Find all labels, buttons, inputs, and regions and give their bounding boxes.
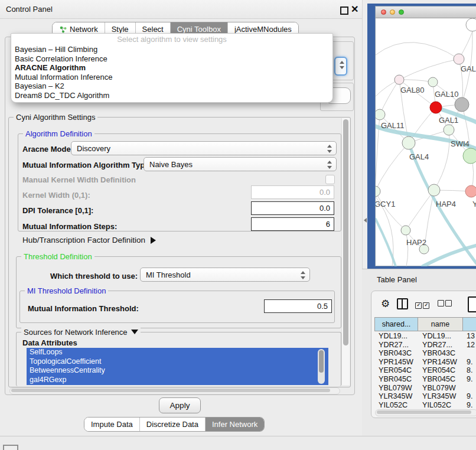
hub-definition-expander[interactable]: Hub/Transcription Factor Definition — [22, 236, 156, 244]
network-edge[interactable] — [399, 59, 459, 80]
attribute-item-betweennesscentrality[interactable]: BetweennessCentrality — [27, 366, 328, 376]
settings-horizontal-scrollbar-thumb[interactable] — [11, 389, 330, 392]
float-panel-button[interactable] — [340, 6, 348, 15]
table-horizontal-scrollbar-thumb[interactable] — [377, 410, 471, 414]
table-settings-gear-icon[interactable]: ⚙ — [381, 299, 390, 309]
table-row[interactable]: YLR345WYLR345W9. — [375, 392, 476, 401]
mi-algorithm-type-combo[interactable]: Naive Bayes — [144, 157, 337, 171]
which-threshold-combo[interactable]: MI Threshold — [140, 268, 310, 282]
node-label-gal1: GAL1 — [439, 116, 458, 125]
column-header-shared[interactable]: shared... — [374, 317, 418, 331]
settings-horizontal-scrollbar — [9, 387, 340, 394]
network-node-y[interactable] — [465, 185, 476, 197]
dpi-tolerance-label: DPI Tolerance [0,1]: — [22, 206, 93, 215]
select-all-checkboxes-icon[interactable]: ✓✓ — [415, 298, 431, 309]
node-label-hap2: HAP2 — [406, 238, 426, 247]
tab-label: Network — [70, 25, 98, 34]
zoom-window-icon[interactable] — [399, 9, 404, 15]
algorithm-option-bayesian-k2[interactable]: Bayesian – K2 — [11, 81, 332, 91]
network-edge[interactable] — [376, 191, 406, 230]
cytoscape-app: Control Panel ✕ NetworkStyleSelectCyni T… — [0, 0, 476, 450]
table-cell: YDL19... — [375, 332, 419, 341]
network-edge[interactable] — [399, 80, 433, 82]
attributes-scrollbar-thumb[interactable] — [319, 350, 324, 373]
node-label-gal80: GAL80 — [400, 86, 424, 94]
bottom-tab-discretize-data[interactable]: Discretize Data — [139, 418, 205, 431]
column-header-name[interactable]: name — [418, 317, 463, 331]
table-cell: YIL052C — [419, 401, 464, 409]
manual-kernel-checkbox[interactable] — [325, 175, 335, 184]
algorithm-option-mutual-information-inference[interactable]: Mutual Information Inference — [11, 73, 332, 82]
table-row[interactable]: YBR043CYBR043C — [375, 349, 476, 358]
table-cell: YPR145W — [375, 358, 419, 367]
collapse-down-icon — [131, 330, 138, 334]
table-row[interactable]: YPR145WYPR145W9. — [375, 358, 476, 367]
close-panel-icon[interactable]: ✕ — [351, 4, 358, 15]
mi-algorithm-type-label: Mutual Information Algorithm Type: — [22, 161, 152, 169]
column-layout-icon[interactable] — [397, 298, 408, 309]
close-window-icon[interactable] — [381, 9, 386, 15]
bottom-tab-impute-data[interactable]: Impute Data — [84, 418, 139, 431]
table-row[interactable]: YBL079WYBL079W — [375, 384, 476, 393]
algorithm-placeholder: Select algorithm to view settings — [11, 34, 332, 45]
table-cell: YBL079W — [419, 384, 464, 393]
table-cell: 13 — [464, 332, 476, 341]
network-node-gcy1[interactable] — [376, 186, 380, 197]
network-node-hap4[interactable] — [428, 184, 440, 196]
network-node-gal1[interactable] — [444, 125, 454, 135]
table-cell: YDR27... — [419, 341, 464, 350]
network-window-titlebar[interactable] — [376, 6, 476, 18]
mi-steps-label: Mutual Information Steps: — [22, 222, 117, 231]
network-edge[interactable] — [376, 143, 409, 191]
network-node-gal[interactable] — [454, 54, 464, 64]
network-edge[interactable] — [376, 219, 396, 266]
network-node[interactable] — [455, 97, 469, 112]
network-node-gal80[interactable] — [395, 75, 404, 84]
settings-vertical-scrollbar — [341, 118, 350, 385]
network-node-gal10[interactable] — [428, 77, 438, 87]
network-canvas[interactable]: GALGAL80GAL10GAL1GAL11SWI4GAL4GCY1HAP4YH… — [376, 18, 476, 266]
spinner-arrows-icon — [327, 160, 332, 169]
node-label-y: Y — [472, 200, 476, 208]
table-row[interactable]: YDR27...YDR27...12 — [375, 341, 476, 350]
attribute-item-selfloops[interactable]: SelfLoops — [27, 348, 328, 357]
algorithm-option-dream8-dc-tdc-algorithm[interactable]: Dream8 DC_TDC Algorithm — [11, 91, 332, 100]
network-edge[interactable] — [406, 230, 408, 266]
network-node[interactable] — [430, 102, 442, 113]
dpi-tolerance-input[interactable]: 0.0 — [251, 201, 334, 215]
attribute-item-gal4rgexp[interactable]: gal4RGexp — [27, 376, 328, 385]
algorithm-option-aracne-algorithm[interactable]: ARACNE Algorithm — [11, 63, 332, 73]
network-edge[interactable] — [423, 245, 476, 266]
network-node[interactable] — [466, 18, 476, 31]
column-header-cut[interactable] — [462, 317, 476, 331]
node-label-gal10: GAL10 — [435, 90, 458, 99]
aracne-mode-combo[interactable]: Discovery — [71, 141, 337, 155]
algorithm-option-basic-correlation-inference[interactable]: Basic Correlation Inference — [11, 54, 332, 64]
data-attributes-list: SelfLoopsTopologicalCoefficientBetweenne… — [27, 348, 328, 385]
deselect-all-checkboxes-icon[interactable] — [438, 298, 453, 309]
bottom-tab-infer-network[interactable]: Infer Network — [205, 418, 264, 431]
table-cell: YER054C — [419, 366, 464, 375]
algorithm-option-bayesian-hill-climbing[interactable]: Bayesian – Hill Climbing — [11, 45, 332, 54]
kernel-width-input[interactable]: 0.0 — [251, 185, 334, 199]
network-node-gal4[interactable] — [402, 136, 415, 149]
table-row[interactable]: YDL19...YDL19...13 — [375, 332, 476, 341]
minimize-window-icon[interactable] — [390, 9, 395, 15]
mi-steps-input[interactable]: 6 — [251, 217, 334, 231]
network-node-gal11[interactable] — [376, 109, 385, 120]
export-table-icon[interactable] — [468, 296, 476, 312]
apply-button[interactable]: Apply — [159, 397, 201, 413]
mi-threshold-input[interactable]: 0.5 — [264, 299, 332, 313]
table-row[interactable]: YER054CYER054C8. — [375, 366, 476, 375]
attribute-item-topologicalcoefficient[interactable]: TopologicalCoefficient — [27, 357, 328, 367]
network-edge[interactable] — [376, 43, 459, 59]
node-table-panel: ⚙ ✓✓ shared...name YDL19...YDL19...13YDR… — [371, 291, 476, 418]
sources-title[interactable]: Sources for Network Inference — [21, 328, 141, 337]
table-cell: YBR045C — [375, 375, 419, 384]
splitter-collapse-icon[interactable] — [364, 218, 367, 223]
table-row[interactable]: YBR045CYBR045C9. — [375, 375, 476, 384]
settings-vertical-scrollbar-thumb[interactable] — [343, 119, 348, 345]
network-node-swi4[interactable] — [463, 148, 476, 164]
table-row[interactable]: YIL052CYIL052C9. — [375, 401, 476, 409]
network-node-hap2[interactable] — [401, 226, 410, 235]
